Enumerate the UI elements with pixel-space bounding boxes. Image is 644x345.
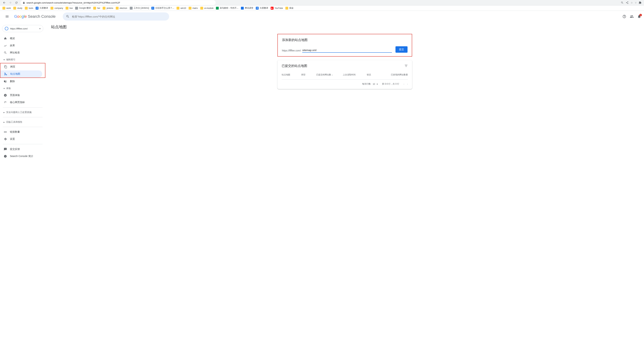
sidebar: https://ffffee.com/ ▾ 概述 效果 网址检查 ▾ 编制索引 <box>0 22 46 345</box>
sidebar-item-url-inspect[interactable]: 网址检查 <box>0 49 42 56</box>
home-icon <box>4 37 7 40</box>
help-icon[interactable] <box>622 15 626 19</box>
property-selector[interactable]: https://ffffee.com/ ▾ <box>2 25 43 32</box>
main-content: 站点地图 添加新的站点地图 https://ffffee.com/ 提交 已提交… <box>46 22 644 345</box>
notification-badge: 1 <box>640 14 642 16</box>
sidebar-section-experience[interactable]: ▾ 体验 <box>0 85 46 92</box>
bookmark-item[interactable]: matrx <box>188 7 198 10</box>
v-icon[interactable]: V <box>635 2 636 4</box>
sitemap-url-input[interactable] <box>302 48 392 53</box>
bookmark-item[interactable]: win10 <box>176 7 186 10</box>
forward-button[interactable] <box>8 1 12 5</box>
bookmark-item[interactable]: her <box>93 7 100 10</box>
sidebar-item-performance[interactable]: 效果 <box>0 42 42 49</box>
bookmark-item[interactable]: ▶YouTube <box>271 7 283 10</box>
search-icon[interactable] <box>621 1 624 4</box>
sidebar-section-legacy[interactable]: ▸ 旧版工具和报告 <box>0 119 46 125</box>
card-title: 添加新的站点地图 <box>282 38 408 42</box>
url-inspect-input[interactable] <box>72 15 166 18</box>
bookmark-item[interactable]: 工作台 [Jenkins] <box>130 7 149 10</box>
sidebar-item-feedback[interactable]: 提交反馈 <box>0 146 42 153</box>
star-icon[interactable]: ☆ <box>631 2 633 4</box>
people-icon[interactable] <box>630 15 634 19</box>
lock-icon <box>23 2 25 4</box>
page-icon <box>4 65 8 69</box>
pagination-range: 第 0-0 行，共 0 行 <box>382 83 399 86</box>
bookmark-item[interactable]: tools <box>25 7 33 10</box>
add-sitemap-card: 添加新的站点地图 https://ffffee.com/ 提交 <box>278 34 412 57</box>
sidebar-item-removals[interactable]: 删除 <box>0 78 42 85</box>
app-header: Google Search Console 1 <box>0 11 644 22</box>
back-button[interactable] <box>2 1 6 5</box>
sidebar-item-cwv[interactable]: 核心网页指标 <box>0 99 42 106</box>
card-title: 已提交的站点地图 <box>282 64 307 68</box>
column-last-read[interactable]: 上次读取时间 <box>343 72 367 78</box>
bookmark-item[interactable]: electron <box>116 7 127 10</box>
property-url: https://ffffee.com/ <box>10 27 28 30</box>
next-page-button[interactable]: › <box>407 83 408 85</box>
column-status[interactable]: 状态 <box>367 72 391 78</box>
sidebar-item-overview[interactable]: 概述 <box>0 35 42 42</box>
sidebar-section-indexing[interactable]: ▾ 编制索引 <box>0 56 46 63</box>
sort-arrow-down-icon: ↓ <box>332 74 333 76</box>
google-search-console-logo[interactable]: Google Search Console <box>14 14 56 19</box>
bookmark-item[interactable]: 菜鸟教程 - 学的不... <box>216 7 238 10</box>
column-sitemap[interactable]: 站点地图 <box>282 72 301 78</box>
bookmark-item[interactable]: 掘金 <box>286 7 294 10</box>
sidebar-item-settings[interactable]: 设置 <box>0 136 42 143</box>
highlighted-box: 网页 站点地图 <box>0 63 46 78</box>
bookmark-item[interactable]: company <box>50 7 63 10</box>
link-icon <box>4 130 7 134</box>
notifications-icon[interactable]: 1 <box>637 15 641 19</box>
hamburger-menu-button[interactable] <box>3 12 11 21</box>
search-icon <box>66 15 70 18</box>
table-pagination: 每页行数: 10 ▾ 第 0-0 行，共 0 行 ‹ › <box>282 80 408 86</box>
chevron-down-icon: ▾ <box>39 27 40 30</box>
bookmark-item[interactable]: work <box>2 7 11 10</box>
bookmark-item[interactable]: 译百度翻译 <box>256 7 268 10</box>
previous-page-button[interactable]: ‹ <box>404 83 404 85</box>
chevron-right-icon: ▸ <box>4 121 5 123</box>
rows-per-page-select[interactable]: 10 ▾ <box>372 83 378 85</box>
sidebar-section-security[interactable]: ▸ 安全问题和人工处置措施 <box>0 109 46 116</box>
extensions-icon[interactable] <box>639 1 642 4</box>
table-header: 站点地图 类型 已提交的网址数 ↓ 上次读取时间 状态 已发现的网址数量 <box>282 72 408 78</box>
sidebar-item-about[interactable]: Search Console 简介 <box>0 153 42 160</box>
bookmark-item[interactable]: Google 翻译 <box>75 7 91 10</box>
sidebar-item-links[interactable]: 链接数量 <box>0 128 42 136</box>
column-submitted[interactable]: 已提交的网址数 ↓ <box>316 72 343 78</box>
column-discovered[interactable]: 已发现的网址数量 <box>391 72 408 78</box>
bookmark-item[interactable]: A分区助手怎么用？... <box>152 7 174 10</box>
feedback-icon <box>4 148 7 151</box>
bookmark-item[interactable]: 腾讯课堂 <box>241 7 253 10</box>
chevron-down-icon: ▾ <box>377 83 378 85</box>
speed-icon <box>4 101 7 104</box>
sitemap-icon <box>4 72 8 76</box>
reload-button[interactable] <box>14 1 18 5</box>
submit-button[interactable]: 提交 <box>396 46 408 53</box>
column-type[interactable]: 类型 <box>301 72 316 78</box>
chevron-right-icon: ▸ <box>4 111 5 114</box>
rows-per-page-label: 每页行数: <box>362 83 371 86</box>
sidebar-item-page-experience[interactable]: 页面体验 <box>0 92 42 99</box>
bookmark-item[interactable]: live <box>66 7 73 10</box>
sidebar-item-sitemaps[interactable]: 站点地图 <box>0 70 42 78</box>
bookmark-item[interactable]: 译百度翻译 <box>36 7 48 10</box>
page-title: 站点地图 <box>50 24 640 30</box>
sidebar-item-pages[interactable]: 网页 <box>0 63 42 70</box>
visibility-off-icon <box>4 80 7 83</box>
plus-circle-icon <box>4 94 7 97</box>
filter-icon[interactable] <box>404 64 408 68</box>
url-text: search.google.com/search-console/sitemap… <box>26 2 120 4</box>
share-icon[interactable] <box>626 1 628 4</box>
url-prefix: https://ffffee.com/ <box>282 49 301 53</box>
address-bar[interactable]: search.google.com/search-console/sitemap… <box>20 0 216 5</box>
url-inspect-search[interactable] <box>63 13 169 21</box>
search-icon <box>4 51 7 54</box>
gear-icon <box>4 137 7 141</box>
bookmark-item[interactable]: ui-module <box>200 7 214 10</box>
submitted-sitemaps-card: 已提交的站点地图 站点地图 类型 已提交的网址数 ↓ 上次读取时间 状 <box>278 60 412 89</box>
info-icon <box>4 155 7 158</box>
bookmark-item[interactable]: study <box>13 7 22 10</box>
bookmark-item[interactable]: jenkins <box>103 7 113 10</box>
